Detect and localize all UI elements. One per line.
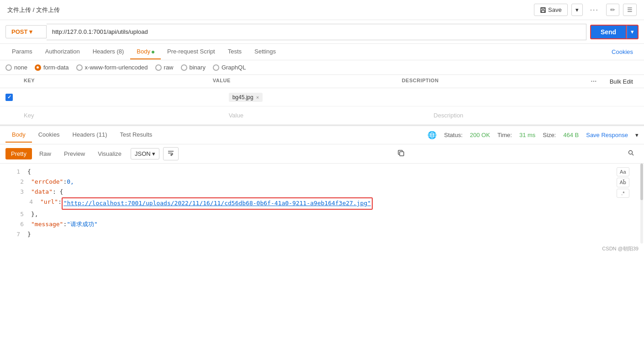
row2-key-cell: Key bbox=[18, 112, 223, 119]
cookies-link[interactable]: Cookies bbox=[606, 48, 639, 55]
file-tag: bg45.jpg × bbox=[229, 93, 263, 102]
tab-headers[interactable]: Headers (8) bbox=[86, 44, 131, 59]
radio-urlencoded[interactable]: x-www-form-urlencoded bbox=[76, 64, 148, 71]
top-actions: Save ▾ ··· ✏ ☰ bbox=[534, 4, 637, 16]
col-checkbox-header bbox=[0, 78, 18, 85]
response-tab-test-results[interactable]: Test Results bbox=[113, 127, 158, 143]
table-row-empty: Key Value Description bbox=[0, 106, 644, 125]
ab-button[interactable]: Ab̄ bbox=[617, 178, 629, 187]
comment-button[interactable]: ☰ bbox=[623, 4, 637, 16]
tab-params[interactable]: Params bbox=[5, 44, 39, 59]
json-line-7: 7 } bbox=[0, 230, 644, 240]
key-placeholder: Key bbox=[24, 112, 34, 119]
radio-urlencoded-circle bbox=[76, 64, 83, 71]
row1-key-input[interactable] bbox=[24, 94, 218, 101]
copy-button[interactable] bbox=[394, 148, 408, 160]
body-dot bbox=[152, 51, 154, 53]
file-tag-remove[interactable]: × bbox=[256, 95, 259, 100]
save-response-button[interactable]: Save Response bbox=[586, 132, 628, 138]
tab-list: Params Authorization Headers (8) Body Pr… bbox=[5, 44, 282, 59]
json-line-3: 3 "data" : { bbox=[0, 187, 644, 197]
bulk-edit-button[interactable]: Bulk Edit bbox=[604, 78, 639, 85]
tab-settings[interactable]: Settings bbox=[248, 44, 282, 59]
save-label: Save bbox=[548, 6, 562, 13]
radio-binary-circle bbox=[181, 64, 187, 71]
params-table: KEY VALUE DESCRIPTION ··· Bulk Edit bg45… bbox=[0, 75, 644, 125]
format-tab-raw[interactable]: Raw bbox=[34, 148, 57, 159]
radio-raw[interactable]: raw bbox=[155, 64, 174, 71]
request-tabs: Params Authorization Headers (8) Body Pr… bbox=[0, 44, 644, 60]
breadcrumb-prefix: 文件上传 bbox=[7, 6, 31, 13]
url-value: "http://localhost:7001/uploads/2022/11/1… bbox=[62, 197, 373, 210]
desc-placeholder: Description bbox=[433, 112, 463, 119]
line-num-3: 3 bbox=[9, 187, 24, 197]
format-tab-pretty[interactable]: Pretty bbox=[5, 148, 32, 159]
tab-tests[interactable]: Tests bbox=[222, 44, 248, 59]
response-tab-headers[interactable]: Headers (11) bbox=[66, 127, 114, 143]
time-value: 31 ms bbox=[519, 132, 535, 138]
json-line-5: 5 }, bbox=[0, 210, 644, 220]
response-tab-cookies[interactable]: Cookies bbox=[32, 127, 66, 143]
col-description-header: DESCRIPTION bbox=[396, 78, 586, 85]
size-value: 464 B bbox=[563, 132, 579, 138]
save-chevron-button[interactable]: ▾ bbox=[571, 4, 583, 16]
json-viewer: Aa Ab̄ .* 1 { 2 "errCode" : 0, 3 "data" … bbox=[0, 164, 644, 244]
radio-binary[interactable]: binary bbox=[181, 64, 206, 71]
response-tab-body[interactable]: Body bbox=[5, 127, 32, 143]
format-select[interactable]: JSON ▾ bbox=[131, 148, 159, 159]
col-key-header: KEY bbox=[18, 78, 207, 85]
response-tabs: Body Cookies Headers (11) Test Results 🌐… bbox=[0, 126, 644, 144]
format-select-label: JSON bbox=[135, 150, 151, 157]
watermark: CSDN @朝阳39 bbox=[0, 244, 644, 254]
more-options-button[interactable]: ··· bbox=[586, 4, 602, 16]
edit-button[interactable]: ✏ bbox=[606, 4, 619, 16]
wrap-icon bbox=[167, 149, 174, 157]
radio-graphql-label: GraphQL bbox=[222, 64, 246, 71]
table-header: KEY VALUE DESCRIPTION ··· Bulk Edit bbox=[0, 75, 644, 88]
file-tag-name: bg45.jpg bbox=[232, 94, 253, 101]
search-icon bbox=[628, 149, 635, 157]
tab-pre-request-script[interactable]: Pre-request Script bbox=[161, 44, 222, 59]
send-button[interactable]: Send bbox=[590, 25, 627, 39]
save-button[interactable]: Save bbox=[534, 4, 568, 16]
radio-none[interactable]: none bbox=[5, 64, 27, 71]
format-bar: Pretty Raw Preview Visualize JSON ▾ bbox=[0, 144, 644, 164]
radio-form-data[interactable]: form-data bbox=[35, 64, 69, 71]
method-select[interactable]: POST ▾ bbox=[5, 25, 47, 38]
radio-form-data-label: form-data bbox=[43, 64, 69, 71]
radio-graphql[interactable]: GraphQL bbox=[213, 64, 246, 71]
search-tools: Aa Ab̄ .* bbox=[617, 167, 629, 198]
watermark-text: CSDN @朝阳39 bbox=[602, 246, 639, 251]
line-num-1: 1 bbox=[5, 167, 20, 177]
response-section: Body Cookies Headers (11) Test Results 🌐… bbox=[0, 125, 644, 244]
row1-checkbox[interactable] bbox=[5, 94, 13, 101]
url-input[interactable] bbox=[47, 24, 586, 40]
body-type-row: none form-data x-www-form-urlencoded raw… bbox=[0, 60, 644, 75]
aa-button[interactable]: Aa bbox=[617, 167, 629, 176]
tab-body[interactable]: Body bbox=[130, 44, 161, 59]
line-num-7: 7 bbox=[5, 230, 20, 239]
tab-authorization[interactable]: Authorization bbox=[39, 44, 86, 59]
json-scrollbar-thumb bbox=[640, 164, 643, 200]
table-row: bg45.jpg × bbox=[0, 88, 644, 106]
wrap-lines-button[interactable] bbox=[163, 147, 179, 160]
json-scrollbar[interactable] bbox=[640, 164, 643, 244]
regex-button[interactable]: .* bbox=[617, 189, 629, 198]
row2-value-cell: Value bbox=[223, 112, 428, 119]
search-button[interactable] bbox=[624, 148, 639, 160]
svg-rect-2 bbox=[542, 10, 545, 12]
value-placeholder: Value bbox=[229, 112, 243, 119]
save-response-chevron[interactable]: ▾ bbox=[635, 132, 639, 138]
send-chevron-button[interactable]: ▾ bbox=[627, 25, 639, 39]
radio-binary-label: binary bbox=[190, 64, 206, 71]
send-btn-container: Send ▾ bbox=[590, 25, 639, 39]
svg-point-4 bbox=[628, 151, 632, 154]
line-num-5: 5 bbox=[9, 210, 24, 219]
format-tab-visualize[interactable]: Visualize bbox=[92, 148, 127, 159]
more-dots-icon: ··· bbox=[591, 78, 597, 85]
radio-urlencoded-label: x-www-form-urlencoded bbox=[85, 64, 148, 71]
row1-checkbox-cell bbox=[0, 94, 18, 101]
radio-none-label: none bbox=[14, 64, 27, 71]
col-value-header: VALUE bbox=[207, 78, 396, 85]
format-tab-preview[interactable]: Preview bbox=[58, 148, 90, 159]
